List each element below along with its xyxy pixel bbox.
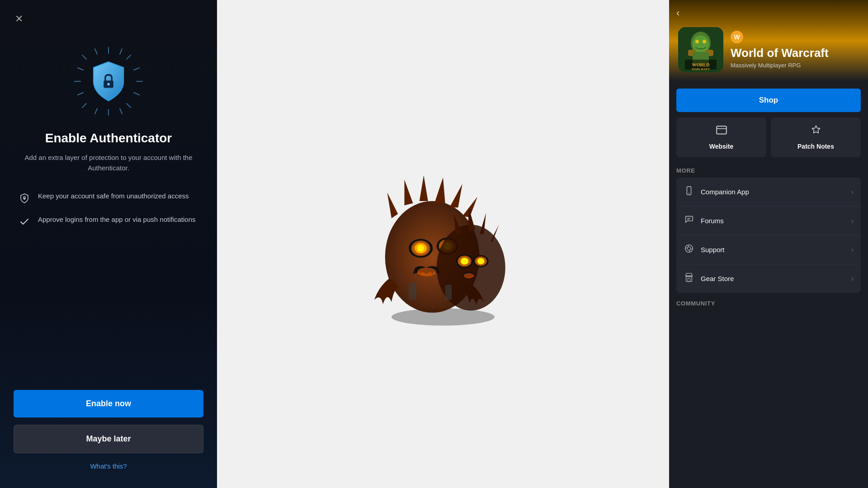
companion-app-item[interactable]: Companion App ›: [676, 178, 861, 206]
companion-app-label: Companion App: [701, 188, 845, 196]
svg-line-6: [82, 103, 86, 108]
gear-store-icon: [684, 272, 694, 285]
svg-point-46: [477, 258, 484, 264]
svg-rect-61: [717, 126, 726, 134]
svg-point-53: [695, 40, 699, 43]
right-panel: ‹: [669, 0, 868, 488]
svg-point-30: [417, 245, 424, 252]
companion-app-chevron: ›: [851, 188, 854, 196]
left-panel: ✕: [0, 0, 217, 488]
close-icon: ✕: [15, 13, 23, 25]
svg-point-43: [461, 258, 468, 264]
feature-list: Keep your account safe from unauthorized…: [14, 191, 203, 228]
forums-item[interactable]: Forums ›: [676, 206, 861, 235]
svg-point-17: [107, 83, 109, 85]
community-section: COMMUNITY: [669, 293, 868, 310]
svg-marker-21: [387, 192, 398, 218]
forums-chevron: ›: [851, 217, 854, 225]
svg-text:WARCRAFT: WARCRAFT: [692, 67, 710, 71]
svg-line-7: [127, 103, 131, 108]
svg-line-12: [95, 49, 97, 54]
page-title: Enable Authenticator: [45, 131, 172, 145]
close-button[interactable]: ✕: [11, 11, 27, 27]
patch-notes-icon: [810, 125, 822, 139]
svg-marker-23: [420, 175, 428, 201]
svg-rect-49: [445, 285, 452, 300]
support-item[interactable]: Support ›: [676, 235, 861, 264]
check-icon: [18, 216, 31, 228]
game-meta: W World of Warcraft Massively Multiplaye…: [731, 27, 829, 69]
svg-line-9: [134, 68, 139, 70]
support-chevron: ›: [851, 246, 854, 254]
svg-line-5: [127, 55, 131, 59]
svg-point-64: [689, 192, 689, 193]
svg-marker-25: [449, 184, 462, 207]
patch-notes-label: Patch Notes: [797, 143, 834, 150]
gear-store-chevron: ›: [851, 275, 854, 283]
website-icon: [716, 125, 727, 139]
svg-marker-22: [405, 180, 413, 206]
companion-app-icon: [684, 186, 694, 198]
patch-notes-button[interactable]: Patch Notes: [771, 117, 861, 157]
svg-line-14: [95, 108, 97, 114]
battlenet-badge: W: [731, 31, 743, 43]
svg-line-11: [134, 93, 139, 95]
gear-store-label: Gear Store: [701, 275, 845, 282]
feature-text-2: Approve logins from the app or via push …: [38, 215, 196, 224]
website-button[interactable]: Website: [676, 117, 766, 157]
forums-label: Forums: [701, 217, 845, 225]
creature-svg: [357, 158, 529, 330]
svg-point-54: [703, 40, 706, 43]
svg-line-4: [82, 55, 86, 59]
shield-small-icon: [18, 192, 31, 205]
svg-line-13: [120, 49, 122, 54]
svg-rect-74: [688, 278, 690, 282]
wow-creature-illustration: [357, 158, 529, 330]
more-section-label: MORE: [676, 167, 861, 174]
whats-this-link[interactable]: What's this?: [90, 462, 127, 470]
gear-store-item[interactable]: Gear Store ›: [676, 264, 861, 293]
community-section-label: COMMUNITY: [676, 300, 861, 307]
svg-point-35: [417, 267, 436, 276]
feature-item-1: Keep your account safe from unauthorized…: [18, 191, 199, 205]
middle-panel: [217, 0, 669, 488]
feature-text-1: Keep your account safe from unauthorized…: [38, 191, 189, 201]
svg-line-8: [78, 68, 83, 70]
svg-marker-24: [434, 178, 445, 203]
svg-line-15: [120, 108, 122, 114]
forums-icon: [684, 215, 694, 227]
game-genre: Massively Multiplayer RPG: [731, 62, 829, 69]
svg-rect-48: [409, 283, 416, 300]
svg-rect-73: [686, 277, 692, 282]
more-section: MORE Companion App ›: [669, 163, 868, 293]
quick-links: Website Patch Notes: [669, 112, 868, 163]
shield-illustration: [72, 45, 145, 117]
more-list: Companion App › Forums ›: [676, 178, 861, 293]
maybe-later-button[interactable]: Maybe later: [14, 425, 203, 453]
shop-section: Shop: [669, 81, 868, 112]
svg-line-10: [78, 93, 83, 95]
back-button[interactable]: ‹: [676, 7, 679, 19]
wow-logo-svg: WORLD WARCRAFT: [678, 27, 723, 72]
svg-point-67: [685, 245, 693, 253]
svg-point-68: [687, 247, 690, 250]
svg-point-47: [464, 273, 474, 278]
page-subtitle: Add an extra layer of protection to your…: [14, 153, 203, 173]
shop-button[interactable]: Shop: [676, 89, 861, 112]
game-info: WORLD WARCRAFT W World of Warcraft Massi…: [678, 27, 859, 72]
game-thumbnail: WORLD WARCRAFT: [678, 27, 723, 72]
support-icon: [684, 244, 694, 256]
website-label: Website: [709, 143, 733, 150]
feature-item-2: Approve logins from the app or via push …: [18, 215, 199, 228]
svg-text:WORLD: WORLD: [692, 62, 710, 67]
game-header: ‹: [669, 0, 868, 81]
shield-icon-svg: [88, 61, 129, 102]
enable-now-button[interactable]: Enable now: [14, 390, 203, 418]
support-label: Support: [701, 246, 845, 253]
game-title: World of Warcraft: [731, 46, 829, 60]
